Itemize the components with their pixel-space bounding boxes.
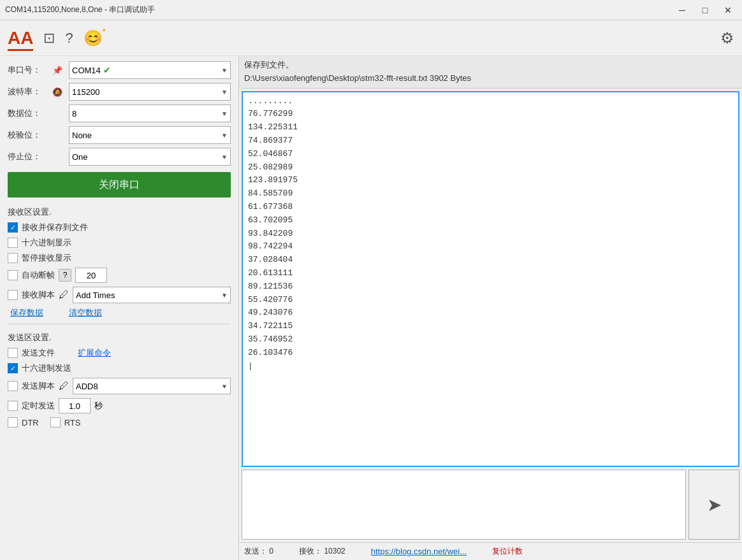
auto-frame-checkbox[interactable] — [8, 270, 18, 280]
send-section-title: 发送区设置. — [8, 332, 231, 343]
stopbits-row: 停止位： One ▼ — [8, 148, 231, 166]
baudrate-select[interactable]: 115200 ▼ — [69, 83, 231, 101]
dtr-checkbox[interactable] — [8, 417, 18, 427]
dtr-rts-row: DTR RTS — [8, 417, 231, 427]
send-script-select[interactable]: ADD8 ▼ — [73, 378, 231, 394]
databits-label: 数据位： — [8, 108, 46, 119]
close-button[interactable]: ✕ — [719, 4, 737, 17]
toolbar-left: AA ⊡ ? 😊✦ — [8, 28, 103, 48]
recv-script-row: 接收脚本 🖊 Add Times ▼ — [8, 287, 231, 303]
timed-send-input[interactable] — [59, 398, 91, 413]
hex-send-row: 十六进制发送 — [8, 363, 231, 374]
stopbits-arrow-icon: ▼ — [221, 154, 228, 161]
databits-select[interactable]: 8 ▼ — [69, 104, 231, 122]
recv-script-icon: 🖊 — [59, 289, 69, 301]
save-to-file-checkbox[interactable] — [8, 222, 18, 233]
recv-section-title: 接收区设置. — [8, 206, 231, 218]
left-panel: 串口号： 📌 COM14 ✔ ▼ 波特率： 🔕 115200 ▼ — [0, 56, 239, 560]
port-select[interactable]: COM14 ✔ ▼ — [69, 61, 231, 79]
auto-frame-help-button[interactable]: ? — [59, 269, 71, 282]
main-content: 串口号： 📌 COM14 ✔ ▼ 波特率： 🔕 115200 ▼ — [0, 56, 742, 560]
hex-send-checkbox[interactable] — [8, 363, 18, 373]
send-script-arrow-icon: ▼ — [221, 383, 228, 390]
face-icon[interactable]: 😊✦ — [84, 29, 103, 47]
port-label: 串口号： — [8, 64, 46, 76]
send-script-row: 发送脚本 🖊 ADD8 ▼ — [8, 378, 231, 394]
pause-recv-checkbox[interactable] — [8, 253, 18, 263]
baudrate-arrow-icon: ▼ — [221, 89, 228, 96]
send-count-label: 发送： 0 — [244, 546, 273, 557]
baudrate-value: 115200 — [72, 87, 99, 97]
auto-frame-input[interactable] — [75, 268, 107, 283]
dtr-label: DTR — [22, 418, 39, 427]
send-file-checkbox[interactable] — [8, 348, 18, 358]
parity-value: None — [72, 131, 92, 140]
send-script-icon: 🖊 — [59, 380, 69, 392]
port-row: 串口号： 📌 COM14 ✔ ▼ — [8, 61, 231, 79]
auto-frame-row: 自动断帧 ? — [8, 268, 231, 283]
send-button[interactable]: ➤ — [688, 470, 739, 540]
maximize-button[interactable]: □ — [696, 4, 714, 17]
send-file-row: 发送文件 扩展命令 — [8, 347, 231, 359]
databits-row: 数据位： 8 ▼ — [8, 104, 231, 122]
right-panel: 保存到文件。 D:\Users\xiaofengfeng\Desktop\stm… — [239, 56, 742, 560]
hex-display-row: 十六进制显示 — [8, 237, 231, 248]
rts-checkbox[interactable] — [50, 417, 61, 427]
hex-display-label: 十六进制显示 — [22, 237, 71, 248]
recv-script-checkbox[interactable] — [8, 290, 18, 300]
reset-count-button[interactable]: 复位计数 — [492, 546, 523, 557]
data-display[interactable]: .........76.776299134.22531174.86937752.… — [242, 91, 739, 467]
recv-count: 10302 — [324, 547, 345, 556]
baudrate-label: 波特率： — [8, 86, 46, 97]
save-data-link[interactable]: 保存数据 — [10, 307, 43, 319]
recv-script-label: 接收脚本 — [22, 289, 55, 301]
stopbits-value: One — [72, 152, 88, 162]
file-info-line2: D:\Users\xiaofengfeng\Desktop\stm32-fft-… — [244, 72, 737, 85]
parity-arrow-icon: ▼ — [221, 132, 228, 139]
crop-icon[interactable]: ⊡ — [43, 30, 55, 47]
timed-send-checkbox[interactable] — [8, 401, 18, 411]
stopbits-label: 停止位： — [8, 151, 46, 162]
databits-arrow-icon: ▼ — [221, 110, 228, 117]
auto-frame-label: 自动断帧 — [22, 269, 55, 281]
send-file-label: 发送文件 — [22, 347, 55, 359]
title-bar: COM14,115200,None,8,One - 串口调试助手 ─ □ ✕ — [0, 0, 742, 20]
recv-script-arrow-icon: ▼ — [221, 292, 228, 299]
send-count: 0 — [269, 547, 273, 556]
settings-icon[interactable]: ⚙ — [720, 29, 734, 47]
send-script-value: ADD8 — [76, 382, 98, 391]
rts-label: RTS — [64, 418, 81, 427]
send-area: ➤ — [242, 470, 739, 540]
hex-display-checkbox[interactable] — [8, 238, 18, 248]
window-controls: ─ □ ✕ — [673, 4, 737, 17]
parity-label: 校验位： — [8, 129, 46, 141]
file-info-line1: 保存到文件。 — [244, 59, 737, 72]
help-icon[interactable]: ? — [65, 30, 73, 47]
hex-send-label: 十六进制发送 — [22, 363, 71, 374]
port-value: COM14 — [72, 66, 101, 75]
csdn-link[interactable]: https://blog.csdn.net/wei... — [371, 547, 467, 556]
parity-row: 校验位： None ▼ — [8, 126, 231, 144]
send-input[interactable] — [242, 470, 686, 540]
file-info-bar: 保存到文件。 D:\Users\xiaofengfeng\Desktop\stm… — [239, 56, 742, 89]
close-port-button[interactable]: 关闭串口 — [8, 172, 231, 197]
minimize-button[interactable]: ─ — [673, 4, 691, 17]
pause-recv-label: 暂停接收显示 — [22, 252, 71, 264]
timed-unit-label: 秒 — [94, 400, 103, 412]
send-script-checkbox[interactable] — [8, 381, 18, 391]
timed-send-row: 定时发送 秒 — [8, 398, 231, 413]
stopbits-select[interactable]: One ▼ — [69, 148, 231, 166]
parity-select[interactable]: None ▼ — [69, 126, 231, 144]
clear-data-link[interactable]: 清空数据 — [69, 307, 102, 319]
font-icon[interactable]: AA — [8, 28, 33, 48]
port-arrow-icon: ▼ — [221, 67, 228, 74]
save-to-file-row: 接收并保存到文件 — [8, 222, 231, 233]
ext-cmd-link[interactable]: 扩展命令 — [78, 347, 111, 359]
port-icon: 📌 — [50, 66, 65, 75]
databits-value: 8 — [72, 109, 76, 118]
recv-script-select[interactable]: Add Times ▼ — [73, 287, 231, 303]
window-title: COM14,115200,None,8,One - 串口调试助手 — [5, 4, 155, 15]
save-to-file-label: 接收并保存到文件 — [22, 222, 88, 233]
data-links-row: 保存数据 清空数据 — [8, 307, 231, 319]
port-check-icon: ✔ — [103, 65, 111, 75]
